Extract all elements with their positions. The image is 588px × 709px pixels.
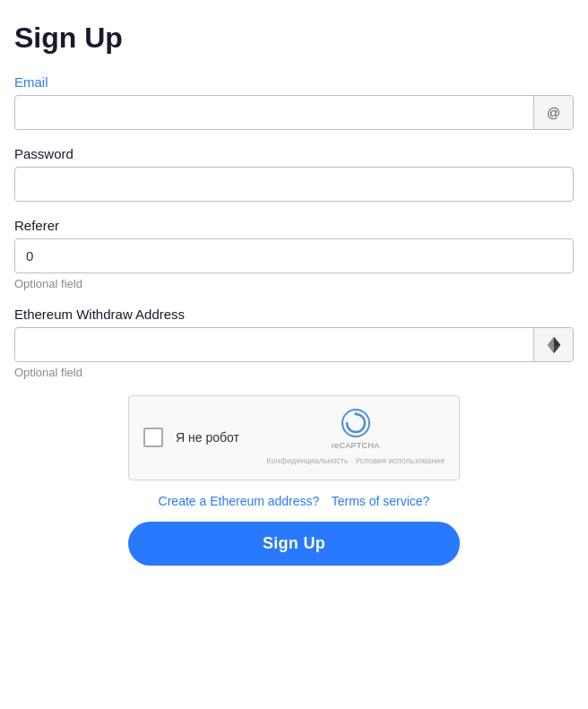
eth-optional-text: Optional field <box>14 366 574 379</box>
bottom-links: Create a Ethereum address? Terms of serv… <box>14 493 574 509</box>
eth-label: Ethereum Withdraw Address <box>14 307 574 322</box>
eth-group: Ethereum Withdraw Address Optional field <box>14 307 574 379</box>
email-input-wrapper: @ <box>14 95 574 130</box>
referer-label: Referer <box>14 218 574 233</box>
referer-input[interactable] <box>15 239 573 272</box>
eth-icon <box>533 328 573 361</box>
eth-input[interactable] <box>15 328 533 361</box>
create-eth-link[interactable]: Create a Ethereum address? <box>159 494 320 508</box>
referer-optional-text: Optional field <box>14 277 574 290</box>
password-input-wrapper <box>14 167 574 202</box>
recaptcha-label: Я не робот <box>176 430 239 445</box>
recaptcha-container: Я не робот reCAPTCHA Конфиденциальность … <box>14 395 574 480</box>
recaptcha-brand-text: reCAPTCHA <box>332 441 380 450</box>
recaptcha-logo-icon <box>342 409 370 437</box>
password-label: Password <box>14 146 574 161</box>
page-title: Sign Up <box>14 22 574 55</box>
email-group: Email @ <box>14 74 574 130</box>
recaptcha-left: Я не робот <box>143 428 239 447</box>
recaptcha-box: Я не робот reCAPTCHA Конфиденциальность … <box>128 395 460 480</box>
recaptcha-checkbox[interactable] <box>143 428 163 447</box>
terms-link[interactable]: Terms of service? <box>332 494 430 508</box>
email-label: Email <box>14 74 574 90</box>
eth-input-wrapper <box>14 327 574 362</box>
referer-group: Referer Optional field <box>14 218 574 290</box>
password-group: Password <box>14 146 574 202</box>
password-input[interactable] <box>15 168 573 201</box>
recaptcha-links-text: Конфиденциальность · Условия использован… <box>266 455 445 467</box>
email-label-text: Email <box>14 74 48 90</box>
referer-input-wrapper <box>14 238 574 273</box>
signup-button[interactable]: Sign Up <box>128 522 460 566</box>
at-icon: @ <box>533 96 573 129</box>
email-input[interactable] <box>15 96 533 129</box>
recaptcha-right: reCAPTCHA Конфиденциальность · Условия и… <box>266 409 445 467</box>
